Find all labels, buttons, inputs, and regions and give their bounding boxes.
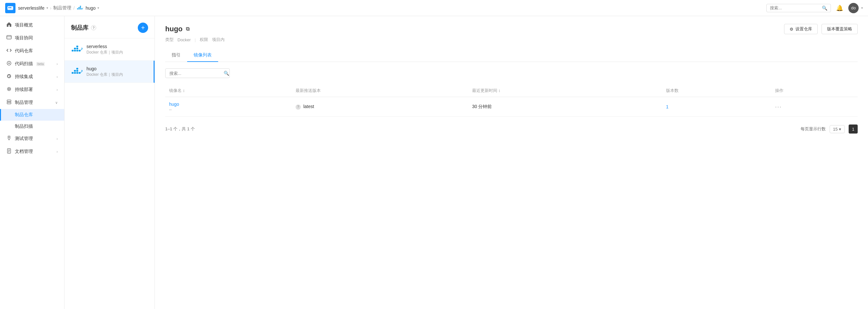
tab-guide[interactable]: 指引 xyxy=(165,49,187,62)
main-content: hugo ⧉ ⚙ 设置仓库 版本覆盖策略 类型 Docker | 权限 项目内 … xyxy=(155,16,868,309)
svg-marker-15 xyxy=(8,88,10,90)
svg-rect-6 xyxy=(81,8,83,9)
cell-latest-version: ? latest xyxy=(292,97,468,117)
sidebar-sub-artifact-scan[interactable]: 制品扫描 xyxy=(0,121,64,132)
type-label: 类型 xyxy=(165,37,174,42)
registry-panel: 制品库 ? + serverless Docker 仓库｜项目内 xyxy=(65,16,155,309)
copy-icon[interactable]: ⧉ xyxy=(186,26,189,32)
repo-name: hugo xyxy=(165,25,183,33)
cell-last-updated: 30 分钟前 xyxy=(468,97,662,117)
svg-rect-36 xyxy=(76,70,79,71)
svg-rect-10 xyxy=(7,35,11,39)
cell-actions: ··· xyxy=(771,97,858,117)
svg-point-38 xyxy=(81,70,82,71)
help-icon[interactable]: ? xyxy=(91,25,96,30)
sidebar-item-code-scan[interactable]: 代码扫描 beta › xyxy=(0,57,64,70)
sidebar-item-test-mgmt[interactable]: 测试管理 › xyxy=(0,132,64,145)
registry-title: 制品库 ? xyxy=(71,24,96,32)
cell-image-name: hugo -- xyxy=(165,97,292,117)
beta-badge: beta xyxy=(36,62,45,66)
avatar-caret[interactable]: ▾ xyxy=(861,6,863,10)
svg-rect-8 xyxy=(80,7,81,8)
sidebar-item-doc-mgmt[interactable]: 文档管理 › xyxy=(0,145,64,158)
image-name-sub: -- xyxy=(169,107,288,112)
type-value: Docker xyxy=(178,37,191,42)
breadcrumb-artifact[interactable]: 制品管理 xyxy=(53,5,71,11)
repo-nav-name[interactable]: hugo xyxy=(86,5,95,11)
col-last-updated[interactable]: 最近更新时间 ↕ xyxy=(468,85,662,97)
add-registry-button[interactable]: + xyxy=(138,23,148,33)
sidebar-item-overview[interactable]: 项目概览 xyxy=(0,19,64,32)
registry-header: 制品库 ? + xyxy=(65,16,155,38)
registry-title-text: 制品库 xyxy=(71,24,88,32)
app-logo[interactable] xyxy=(5,3,16,13)
main-layout: 项目概览 项目协同 代码仓库 代码扫描 beta › 持 xyxy=(0,16,868,309)
registry-item-serverless[interactable]: serverless Docker 仓库｜项目内 xyxy=(65,38,155,61)
table-row: hugo -- ? latest 30 分钟前 1 xyxy=(165,97,858,117)
col-version-count: 版本数 xyxy=(662,85,771,97)
svg-point-13 xyxy=(8,63,10,64)
svg-rect-31 xyxy=(72,72,73,73)
test-icon xyxy=(6,135,11,142)
global-search[interactable]: 🔍 xyxy=(766,4,831,12)
col-label-latest-version: 最新推送版本 xyxy=(296,88,321,93)
actions-menu-button[interactable]: ··· xyxy=(775,103,782,110)
active-indicator xyxy=(0,109,1,121)
sidebar-item-artifact[interactable]: 制品管理 ∨ xyxy=(0,96,64,109)
search-input[interactable] xyxy=(770,5,822,10)
notification-bell[interactable]: 🔔 xyxy=(836,4,843,11)
policy-button[interactable]: 版本覆盖策略 xyxy=(822,24,858,34)
breadcrumb-sep2: / xyxy=(73,5,74,11)
sidebar-label-ci: 持续集成 xyxy=(15,74,33,80)
avatar[interactable]: do xyxy=(848,3,859,13)
svg-rect-16 xyxy=(7,100,11,102)
per-page-label: 每页显示行数 xyxy=(801,126,826,132)
current-page[interactable]: 1 xyxy=(849,124,858,133)
svg-rect-25 xyxy=(76,50,79,51)
sidebar-label-collaboration: 项目协同 xyxy=(15,35,33,41)
image-name-link[interactable]: hugo -- xyxy=(169,102,288,112)
meta-separator: | xyxy=(194,37,195,42)
col-latest-version: 最新推送版本 xyxy=(292,85,468,97)
repo-actions: ⚙ 设置仓库 版本覆盖策略 xyxy=(784,24,858,34)
svg-rect-3 xyxy=(77,8,79,9)
sidebar-item-code-repo[interactable]: 代码仓库 xyxy=(0,44,64,57)
image-search-input[interactable] xyxy=(169,71,224,76)
tabs: 指引 镜像列表 xyxy=(165,49,858,62)
home-icon xyxy=(6,22,11,28)
svg-rect-32 xyxy=(74,72,76,73)
pagination-right: 每页显示行数 15 ▾ 1 xyxy=(801,124,858,133)
version-count-link[interactable]: 1 xyxy=(666,104,669,109)
col-image-name[interactable]: 镜像名 ↕ xyxy=(165,85,292,97)
registry-meta-serverless: Docker 仓库｜项目内 xyxy=(87,50,123,55)
navbar-right: 🔍 🔔 do ▾ xyxy=(766,3,863,13)
svg-point-30 xyxy=(81,48,82,49)
registry-info-hugo: hugo Docker 仓库｜项目内 xyxy=(87,66,123,78)
per-page-select[interactable]: 15 ▾ xyxy=(830,125,845,133)
table-header-row: 镜像名 ↕ 最新推送版本 最近更新时间 ↕ 版本数 操作 xyxy=(165,85,858,97)
sidebar-item-cd[interactable]: 持续部署 › xyxy=(0,83,64,96)
sidebar-item-collaboration[interactable]: 项目协同 xyxy=(0,32,64,44)
settings-button[interactable]: ⚙ 设置仓库 xyxy=(784,24,818,34)
svg-rect-23 xyxy=(72,50,73,51)
registry-item-hugo[interactable]: hugo Docker 仓库｜项目内 xyxy=(65,61,155,83)
tab-image-list[interactable]: 镜像列表 xyxy=(187,49,218,62)
col-label-image-name: 镜像名 ↕ xyxy=(169,88,185,93)
image-table: 镜像名 ↕ 最新推送版本 最近更新时间 ↕ 版本数 操作 xyxy=(165,85,858,117)
org-name[interactable]: serverlesslife xyxy=(18,5,44,11)
ci-chevron: › xyxy=(57,75,58,79)
svg-rect-29 xyxy=(76,45,79,47)
sidebar-sub-label-artifact-repo: 制品仓库 xyxy=(15,112,33,117)
latest-version-text: latest xyxy=(303,104,314,109)
svg-rect-27 xyxy=(74,48,76,49)
svg-rect-26 xyxy=(79,50,81,51)
ci-icon xyxy=(6,73,11,80)
image-search[interactable]: 🔍 xyxy=(165,68,230,78)
svg-rect-1 xyxy=(8,7,10,8)
sidebar-sub-artifact-repo[interactable]: 制品仓库 xyxy=(0,109,64,121)
sidebar-item-ci[interactable]: 持续集成 › xyxy=(0,70,64,83)
breadcrumb: serverlesslife ▾ › 制品管理 / hugo ▾ xyxy=(18,5,99,11)
sidebar-label-cd: 持续部署 xyxy=(15,87,33,93)
artifact-chevron: ∨ xyxy=(55,101,58,105)
version-question-icon: ? xyxy=(296,104,301,110)
